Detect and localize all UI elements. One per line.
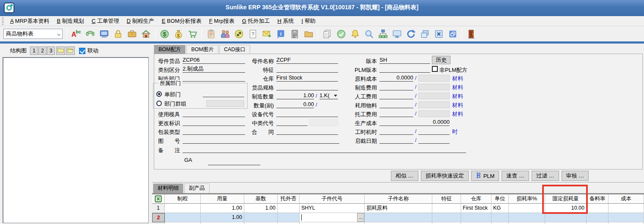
table-cell[interactable] (432, 204, 461, 213)
column-header[interactable]: 成本 (609, 194, 644, 204)
spec-field[interactable] (276, 83, 338, 90)
mid-class-field[interactable] (276, 118, 308, 126)
search-icon[interactable] (363, 28, 375, 40)
mfg-fee-field[interactable] (379, 83, 413, 90)
date-from-field[interactable] (379, 136, 413, 144)
column-header[interactable]: 子件名称 (365, 194, 432, 204)
column-header[interactable]: 单位 (491, 194, 509, 204)
change-flag-field[interactable] (183, 118, 245, 126)
mold-field[interactable] (183, 109, 245, 117)
parent-name-field[interactable]: ZCPF (276, 56, 338, 64)
table-cell[interactable]: 损耗原料 (365, 204, 432, 213)
table-cell[interactable] (432, 213, 461, 222)
menu-item[interactable]: A MRP基本资料 (6, 16, 53, 26)
column-header[interactable]: 仓库 (461, 194, 491, 204)
consumable-field[interactable] (379, 101, 413, 108)
feature-field[interactable] (276, 65, 338, 73)
column-header[interactable]: 特征 (432, 194, 461, 204)
bom-structure-tree[interactable] (3, 57, 149, 223)
labor-fee-field[interactable] (379, 92, 413, 99)
excel-export-button[interactable] (152, 194, 165, 204)
tree-level-button[interactable]: 3 (47, 46, 55, 55)
material-link[interactable]: 材料 (452, 75, 463, 82)
menu-item[interactable]: F Mrp报表 (205, 16, 238, 26)
action-button[interactable]: 损耗率快速设定 (421, 171, 469, 181)
menu-item[interactable]: B 制造规划 (53, 16, 87, 26)
dept-team-radio[interactable] (156, 101, 162, 106)
parent-item-field[interactable]: ZCP06 (183, 56, 245, 64)
equipment-field[interactable] (276, 109, 338, 117)
contract-field[interactable] (276, 127, 338, 135)
action-button[interactable]: 审核 … (562, 171, 589, 181)
row-number[interactable]: 2 (152, 213, 165, 222)
info-icon[interactable]: i (275, 28, 287, 40)
cell-edit-input[interactable]: … (300, 213, 364, 222)
mfg-qty-field[interactable]: 1.00 (276, 92, 314, 99)
column-header[interactable]: 固定损耗量 (545, 194, 587, 204)
menu-item[interactable]: C 工单管理 (88, 16, 123, 26)
material-link[interactable]: 材料 (452, 93, 463, 100)
material-cost-field[interactable]: 0.0000 (379, 74, 413, 82)
mfg-dept-field[interactable] (183, 74, 245, 82)
table-cell[interactable] (587, 204, 609, 213)
table-cell[interactable]: … (300, 213, 365, 222)
ga-underline-field[interactable] (208, 159, 260, 165)
column-header[interactable]: 制程 (165, 194, 201, 204)
qty-aux-field[interactable]: 0.00 (276, 101, 314, 108)
remark-field[interactable] (183, 145, 466, 153)
windows-icon[interactable] (419, 28, 431, 40)
column-header[interactable]: 用量 (201, 194, 244, 204)
font-sort-icon[interactable]: Abc (71, 28, 82, 40)
production-cost-field[interactable]: 0.0000 (379, 118, 450, 126)
menu-item[interactable]: E BOM分析报表 (158, 16, 205, 26)
menu-item[interactable]: D 制程生产 (123, 16, 158, 26)
table-cell[interactable] (609, 204, 644, 213)
computer-icon[interactable] (98, 28, 110, 40)
sitemap-icon[interactable] (377, 28, 389, 40)
column-header[interactable]: 托外否 (278, 194, 300, 204)
action-button[interactable]: 速查 … (502, 171, 529, 181)
single-dept-radio[interactable] (156, 91, 162, 97)
table-cell[interactable] (278, 204, 300, 213)
plm-button[interactable]: PLM (471, 171, 499, 181)
menu-item[interactable]: I 帮助 (297, 16, 319, 26)
table-cell[interactable]: 10.00 (545, 204, 587, 213)
collapse-all-button[interactable] (56, 46, 65, 55)
non-plm-checkbox[interactable] (432, 66, 438, 72)
question-doc-icon[interactable]: ? (247, 28, 259, 40)
column-header[interactable]: 基数 (244, 194, 278, 204)
column-header[interactable]: 损耗率% (509, 194, 545, 204)
restore-icon[interactable] (447, 28, 458, 40)
hours-field[interactable] (379, 127, 413, 135)
material-link[interactable]: 材料 (452, 110, 463, 118)
table-cell[interactable] (609, 213, 644, 222)
single-dept-field[interactable] (203, 90, 244, 97)
table-cell[interactable] (165, 204, 201, 213)
phone-icon[interactable] (85, 28, 96, 40)
door-exit-icon[interactable] (466, 28, 477, 40)
table-cell[interactable] (461, 213, 491, 222)
table-cell[interactable]: 1.00 (201, 213, 244, 222)
action-button[interactable]: 过滤 … (532, 171, 559, 181)
moneybag-icon[interactable]: $ (173, 28, 184, 40)
table-cell[interactable] (587, 213, 609, 222)
cart-icon[interactable] (187, 28, 198, 40)
detail-tab[interactable]: 材料明细 (153, 183, 183, 193)
folder-icon[interactable] (303, 28, 314, 40)
module-combo[interactable]: 商品物料表 (3, 29, 63, 39)
action-button[interactable]: 相似 … (391, 171, 418, 181)
lock-icon[interactable] (112, 28, 124, 40)
table-cell[interactable]: KG (491, 204, 509, 213)
version-field[interactable]: SH (379, 56, 430, 64)
outwork-fee-field[interactable] (379, 109, 413, 117)
table-cell[interactable] (165, 213, 201, 222)
tree-level-button[interactable]: 2 (38, 46, 46, 55)
lookup-ellipsis-button[interactable]: … (357, 213, 364, 222)
material-link[interactable]: 材料 (452, 84, 463, 91)
detail-tab[interactable]: 副产品 (184, 183, 210, 193)
material-link[interactable]: 材料 (452, 101, 463, 109)
bell-icon[interactable] (349, 28, 361, 40)
unit-dropdown-arrow-icon[interactable] (334, 95, 337, 97)
check-circle-icon[interactable] (336, 28, 347, 40)
column-header[interactable]: 备料率 (587, 194, 609, 204)
